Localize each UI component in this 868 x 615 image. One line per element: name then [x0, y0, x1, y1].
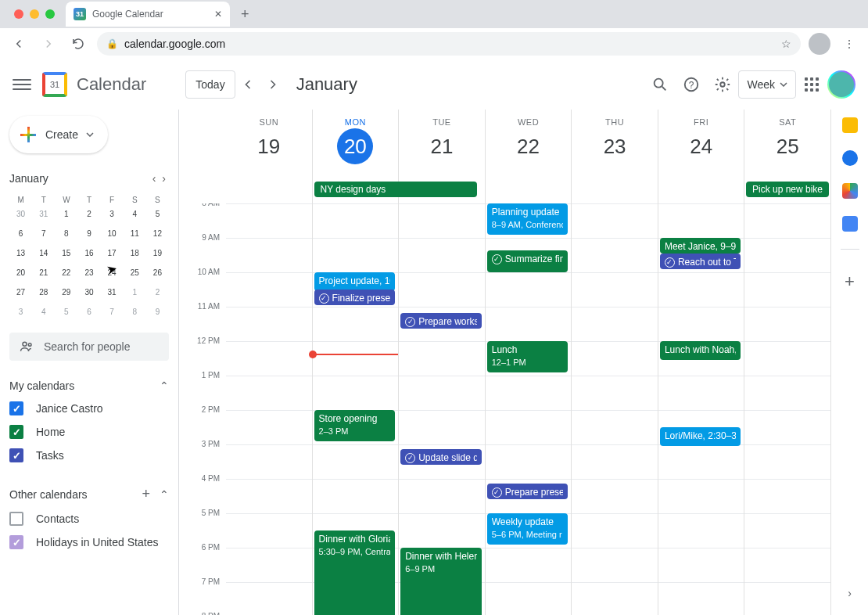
mini-day[interactable]: 2	[146, 282, 169, 302]
mini-day[interactable]: 4	[124, 204, 146, 224]
calendar-item[interactable]: Janice Castro	[9, 397, 169, 420]
mini-day[interactable]: 1	[55, 204, 77, 224]
add-calendar-icon[interactable]: +	[142, 486, 150, 502]
mini-day[interactable]: 30	[77, 282, 100, 302]
calendar-event[interactable]: Planning update8–9 AM, Conferenc	[487, 203, 569, 235]
calendar-event[interactable]: Lunch12–1 PM	[487, 341, 569, 372]
mini-day[interactable]: 28	[32, 282, 55, 302]
calendar-event[interactable]: Store opening2–3 PM	[314, 410, 396, 441]
mini-day[interactable]: 7	[101, 302, 124, 322]
allday-cell[interactable]	[226, 180, 312, 203]
calendar-event[interactable]: Dinner with Gloria5:30–9 PM, Centra	[314, 530, 396, 615]
mini-day[interactable]: 8	[124, 302, 146, 322]
mini-day[interactable]: 3	[101, 204, 124, 224]
day-header[interactable]: THU23	[571, 110, 658, 180]
day-header[interactable]: WED22	[485, 110, 572, 180]
day-header[interactable]: MON20	[312, 110, 399, 180]
mini-day[interactable]: 7	[32, 224, 55, 243]
mini-day[interactable]: 21	[32, 263, 55, 282]
checkbox[interactable]	[9, 448, 23, 462]
allday-cell[interactable]: Pick up new bike	[744, 180, 830, 203]
calendar-event[interactable]: ✓Summarize find	[487, 250, 569, 272]
mini-day[interactable]: 26	[146, 263, 169, 282]
browser-tab[interactable]: 31 Google Calendar ✕	[66, 2, 230, 27]
calendar-item[interactable]: Home	[9, 420, 169, 444]
mini-day[interactable]: 8	[55, 224, 77, 243]
calendar-item[interactable]: Contacts	[9, 507, 169, 530]
checkbox[interactable]	[9, 535, 23, 549]
back-button[interactable]	[8, 33, 30, 55]
tasks-icon[interactable]	[842, 150, 858, 166]
calendar-item[interactable]: Holidays in United States	[9, 530, 169, 554]
settings-icon[interactable]	[707, 69, 738, 100]
mini-day[interactable]: 2	[77, 204, 100, 224]
today-button[interactable]: Today	[185, 70, 235, 99]
calendar-event[interactable]: Project update, 10	[314, 272, 396, 291]
account-avatar[interactable]	[827, 70, 855, 99]
collapse-panel-icon[interactable]: ›	[848, 587, 852, 599]
mini-day[interactable]: 17	[101, 243, 124, 263]
mini-day[interactable]: 19	[146, 243, 169, 263]
mini-day[interactable]: 25	[124, 263, 146, 282]
address-bar[interactable]: 🔒 calendar.google.com ☆	[97, 32, 801, 56]
calendar-event[interactable]: ✓Reach out to To	[660, 254, 741, 269]
calendar-event[interactable]: ✓Finalize present	[314, 290, 396, 305]
mini-day[interactable]: 3	[9, 302, 32, 322]
mini-prev-icon[interactable]: ‹	[149, 169, 160, 188]
search-people-input[interactable]: Search for people	[9, 333, 169, 361]
my-calendars-toggle[interactable]: My calendars ⌃	[9, 375, 169, 397]
day-header[interactable]: SUN19	[226, 110, 312, 180]
mini-day[interactable]: 12	[146, 224, 169, 243]
allday-event[interactable]: Pick up new bike	[746, 182, 829, 197]
mini-day[interactable]: 27	[9, 282, 32, 302]
mini-day[interactable]: 4	[32, 302, 55, 322]
mini-day[interactable]: 5	[55, 302, 77, 322]
mini-day[interactable]: 9	[146, 302, 169, 322]
mini-day[interactable]: 13	[9, 243, 32, 263]
calendar-event[interactable]: Meet Janice, 9–9:	[660, 238, 741, 254]
mini-day[interactable]: 23	[77, 263, 100, 282]
calendar-event[interactable]: ✓Prepare present	[487, 484, 569, 499]
prev-week-button[interactable]	[235, 72, 260, 97]
keep-icon[interactable]	[842, 117, 858, 133]
mini-day[interactable]: 22	[55, 263, 77, 282]
day-column[interactable]: Planning update8–9 AM, Conferenc✓Summari…	[485, 203, 572, 615]
calendar-event[interactable]: Lunch with Noah,	[660, 341, 741, 360]
mini-day[interactable]: 11	[124, 224, 146, 243]
maps-icon[interactable]	[842, 183, 858, 199]
mini-day[interactable]: 6	[9, 224, 32, 243]
contacts-icon[interactable]	[842, 216, 858, 232]
create-button[interactable]: Create	[9, 116, 108, 153]
help-icon[interactable]: ?	[676, 69, 707, 100]
mini-day[interactable]: 31	[101, 282, 124, 302]
day-column[interactable]	[226, 203, 312, 615]
google-apps-icon[interactable]	[796, 69, 827, 100]
mini-day[interactable]: 10	[101, 224, 124, 243]
browser-menu-icon[interactable]: ⋮	[838, 33, 860, 55]
mini-day[interactable]: 31	[32, 204, 55, 224]
calendar-event[interactable]: ✓Update slide de	[400, 449, 482, 465]
other-calendars-toggle[interactable]: Other calendars + ⌃	[9, 481, 169, 507]
reload-button[interactable]	[67, 33, 89, 55]
calendar-event[interactable]: Lori/Mike, 2:30–3	[660, 427, 741, 446]
mini-day[interactable]: 5	[146, 204, 169, 224]
next-week-button[interactable]	[260, 72, 285, 97]
calendar-event[interactable]: Weekly update5–6 PM, Meeting r	[487, 513, 569, 545]
day-column[interactable]	[571, 203, 658, 615]
calendar-event[interactable]: ✓Prepare worksh	[400, 313, 482, 329]
allday-event[interactable]: NY design days	[314, 182, 478, 197]
allday-cell[interactable]	[485, 180, 572, 203]
checkbox[interactable]	[9, 401, 23, 415]
day-column[interactable]: ✓Prepare worksh✓Update slide deDinner wi…	[398, 203, 485, 615]
bookmark-star-icon[interactable]: ☆	[781, 38, 791, 50]
checkbox[interactable]	[9, 512, 23, 526]
mini-day[interactable]: 29	[55, 282, 77, 302]
allday-cell[interactable]	[658, 180, 744, 203]
view-selector[interactable]: Week	[738, 70, 796, 99]
day-header[interactable]: SAT25	[744, 110, 830, 180]
mini-day[interactable]: 18	[124, 243, 146, 263]
tab-close-icon[interactable]: ✕	[214, 9, 222, 20]
forward-button[interactable]	[38, 33, 59, 55]
checkbox[interactable]	[9, 425, 23, 439]
mini-day[interactable]: 16	[77, 243, 100, 263]
